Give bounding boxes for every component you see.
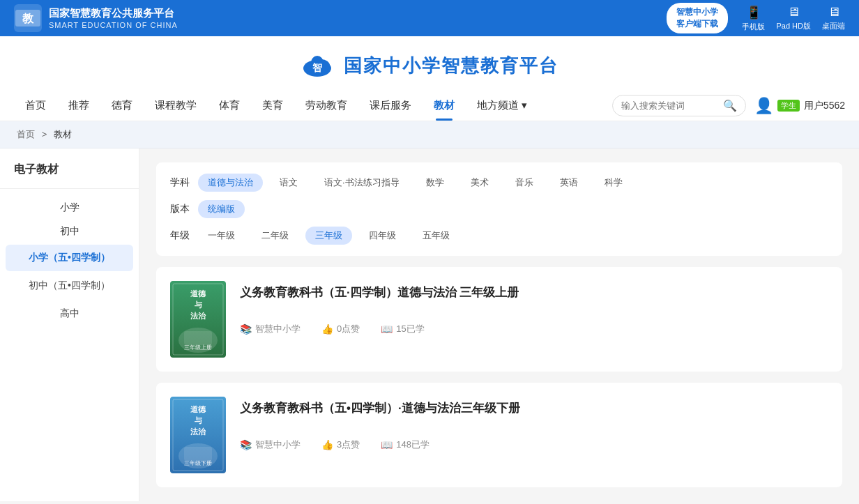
nav-item-course[interactable]: 课程教学 <box>144 91 208 121</box>
publisher-name-1: 智慧中小学 <box>255 323 301 335</box>
edition-tags: 统编版 <box>198 200 245 218</box>
pad-link[interactable]: 🖥 Pad HD版 <box>776 5 811 32</box>
book-publisher-2: 📚 智慧中小学 <box>240 438 301 451</box>
book-item[interactable]: 道德 与 法治 三年级下册 义务教育教科书（五•四学制）·道德与法治三年级下册 … <box>156 383 842 487</box>
grade-tag-3[interactable]: 三年级 <box>305 227 352 245</box>
subject-tag-math[interactable]: 数学 <box>416 174 454 192</box>
svg-text:法治: 法治 <box>190 427 206 436</box>
publisher-name-2: 智慧中小学 <box>255 438 301 451</box>
grade-filter-row: 年级 一年级 二年级 三年级 四年级 五年级 <box>170 227 828 245</box>
book-cover-1: 道德 与 法治 三年级上册 <box>170 281 226 358</box>
book-meta-1: 📚 智慧中小学 👍 0点赞 📖 15已学 <box>240 323 828 335</box>
platform-title: 国家智慧教育公共服务平台 SMART EDUCATION OF CHINA <box>49 6 178 31</box>
nav-item-pe[interactable]: 体育 <box>208 91 251 121</box>
breadcrumb: 首页 > 教材 <box>0 121 859 148</box>
edition-tag-unified[interactable]: 统编版 <box>198 200 245 218</box>
platform-cloud-logo: 智 <box>301 49 334 82</box>
filter-section: 学科 道德与法治 语文 语文·书法练习指导 数学 美术 音乐 英语 科学 版本 … <box>156 162 842 256</box>
nav-links: 首页 推荐 德育 课程教学 体育 美育 劳动教育 课后服务 教材 地方频道 ▾ <box>14 91 538 121</box>
likes-count-2: 3点赞 <box>337 438 360 451</box>
svg-text:道德: 道德 <box>190 405 206 413</box>
nav-right: 🔍 👤 学生 用户5562 <box>612 95 845 116</box>
sidebar-item-middle-54[interactable]: 初中（五•四学制） <box>6 273 133 299</box>
grade-tag-5[interactable]: 五年级 <box>413 227 459 245</box>
nav-item-moral[interactable]: 德育 <box>100 91 144 121</box>
phone-link[interactable]: 📱 手机版 <box>742 5 765 32</box>
grade-tag-4[interactable]: 四年级 <box>359 227 406 245</box>
grade-label: 年级 <box>170 229 190 242</box>
book-publisher-1: 📚 智慧中小学 <box>240 323 301 335</box>
subject-tag-science[interactable]: 科学 <box>595 174 632 192</box>
search-icon[interactable]: 🔍 <box>723 99 737 112</box>
subject-tag-art[interactable]: 美术 <box>461 174 499 192</box>
user-name: 用户5562 <box>804 100 845 112</box>
book-likes-1: 👍 0点赞 <box>321 323 360 335</box>
user-badge: 学生 <box>777 100 800 112</box>
nav-item-afterschool[interactable]: 课后服务 <box>358 91 423 121</box>
search-box: 🔍 <box>612 95 746 116</box>
pad-icon: 🖥 <box>787 5 800 20</box>
breadcrumb-current: 教材 <box>54 129 72 139</box>
main-layout: 电子教材 小学 初中 小学（五•四学制） 初中（五•四学制） 高中 学科 道德与… <box>0 148 859 501</box>
subject-tag-calligraphy[interactable]: 语文·书法练习指导 <box>314 174 409 192</box>
grade-tags: 一年级 二年级 三年级 四年级 五年级 <box>198 227 459 245</box>
nav-item-home[interactable]: 首页 <box>14 91 57 121</box>
book-item[interactable]: 道德 与 法治 三年级上册 义务教育教科书（五·四学制）道德与法治 三年级上册 … <box>156 267 842 372</box>
nav-item-local[interactable]: 地方频道 ▾ <box>466 91 538 121</box>
book-title-2: 义务教育教科书（五•四学制）·道德与法治三年级下册 <box>240 399 828 418</box>
grade-tag-1[interactable]: 一年级 <box>198 227 245 245</box>
search-input[interactable] <box>621 100 719 111</box>
sidebar-item-primary[interactable]: 小学 <box>0 196 139 220</box>
like-icon-2: 👍 <box>321 439 333 450</box>
svg-text:三年级上册: 三年级上册 <box>184 344 212 351</box>
subject-label: 学科 <box>170 176 190 189</box>
edition-filter-row: 版本 统编版 <box>170 200 828 218</box>
book-cover-svg-2: 道德 与 法治 三年级下册 <box>170 397 226 473</box>
book-list: 道德 与 法治 三年级上册 义务教育教科书（五·四学制）道德与法治 三年级上册 … <box>156 267 842 487</box>
book-learners-1: 📖 15已学 <box>381 323 424 335</box>
svg-text:道德: 道德 <box>190 289 206 298</box>
book-info-2: 义务教育教科书（五•四学制）·道德与法治三年级下册 📚 智慧中小学 👍 3点赞 … <box>240 397 828 451</box>
phone-icon: 📱 <box>746 5 761 20</box>
book-cover-2: 道德 与 法治 三年级下册 <box>170 397 226 473</box>
subject-tag-music[interactable]: 音乐 <box>505 174 543 192</box>
book-title-1: 义务教育教科书（五·四学制）道德与法治 三年级上册 <box>240 284 828 302</box>
user-avatar-icon: 👤 <box>754 97 773 115</box>
subject-tag-moral[interactable]: 道德与法治 <box>198 174 263 192</box>
like-icon-1: 👍 <box>321 323 333 335</box>
sidebar-item-high[interactable]: 高中 <box>6 300 133 327</box>
top-bar: 教 国家智慧教育公共服务平台 SMART EDUCATION OF CHINA … <box>0 0 859 36</box>
sidebar-item-middle[interactable]: 初中 <box>0 220 139 243</box>
user-area[interactable]: 👤 学生 用户5562 <box>754 97 845 115</box>
grade-tag-2[interactable]: 二年级 <box>252 227 298 245</box>
book-meta-2: 📚 智慧中小学 👍 3点赞 📖 148已学 <box>240 438 828 451</box>
nav-bar: 首页 推荐 德育 课程教学 体育 美育 劳动教育 课后服务 教材 地方频道 ▾ … <box>0 91 859 121</box>
device-links: 📱 手机版 🖥 Pad HD版 🖥 桌面端 <box>742 5 845 32</box>
nav-item-recommend[interactable]: 推荐 <box>57 91 100 121</box>
desktop-icon: 🖥 <box>828 5 840 20</box>
subject-tag-chinese[interactable]: 语文 <box>270 174 307 192</box>
publisher-icon-2: 📚 <box>240 439 252 450</box>
svg-text:智: 智 <box>312 62 322 73</box>
breadcrumb-sep: > <box>42 129 47 139</box>
nav-item-textbook[interactable]: 教材 <box>423 91 466 121</box>
platform-name: 国家中小学智慧教育平台 <box>344 54 558 78</box>
subject-tags: 道德与法治 语文 语文·书法练习指导 数学 美术 音乐 英语 科学 <box>198 174 632 192</box>
book-info-1: 义务教育教科书（五·四学制）道德与法治 三年级上册 📚 智慧中小学 👍 0点赞 … <box>240 281 828 335</box>
breadcrumb-home[interactable]: 首页 <box>17 129 35 139</box>
nav-item-art[interactable]: 美育 <box>251 91 294 121</box>
svg-rect-22 <box>184 447 212 461</box>
learners-count-1: 15已学 <box>396 323 424 335</box>
learners-count-2: 148已学 <box>396 438 430 451</box>
sidebar-item-primary-54[interactable]: 小学（五•四学制） <box>6 245 133 271</box>
download-button[interactable]: 智慧中小学 客户端下载 <box>667 3 728 33</box>
subject-tag-english[interactable]: 英语 <box>550 174 588 192</box>
book-cover-svg-1: 道德 与 法治 三年级上册 <box>170 281 226 358</box>
nav-item-labor[interactable]: 劳动教育 <box>294 91 358 121</box>
svg-text:法治: 法治 <box>190 312 206 320</box>
svg-text:与: 与 <box>195 416 203 425</box>
book-likes-2: 👍 3点赞 <box>321 438 360 451</box>
svg-text:与: 与 <box>195 300 203 309</box>
desktop-link[interactable]: 🖥 桌面端 <box>822 5 845 32</box>
learner-icon-1: 📖 <box>381 323 393 335</box>
